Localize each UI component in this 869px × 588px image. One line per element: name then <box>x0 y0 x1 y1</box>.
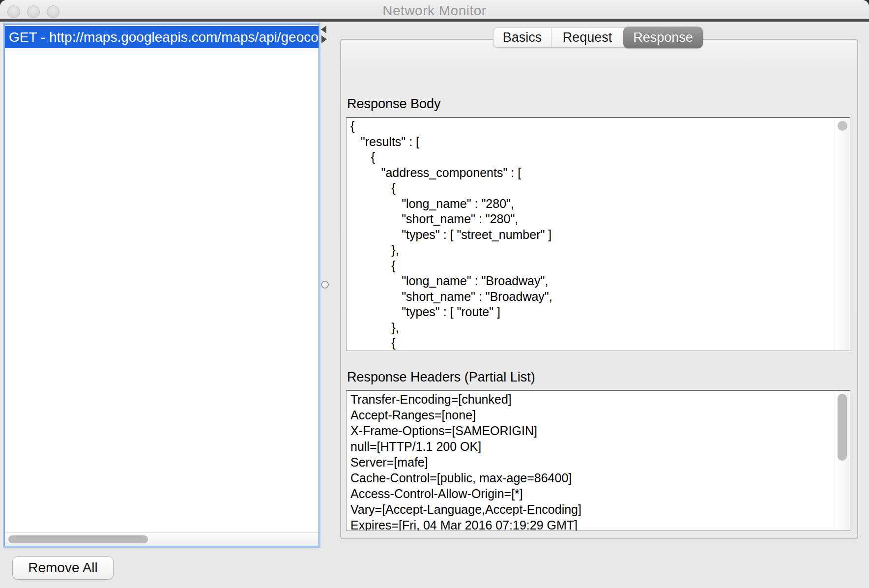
remove-all-button[interactable]: Remove All <box>12 556 114 580</box>
response-headers-text[interactable]: Transfer-Encoding=[chunked] Accept-Range… <box>347 391 850 531</box>
network-monitor-window: Network Monitor GET - http://maps.google… <box>0 0 869 588</box>
tab-basics[interactable]: Basics <box>493 28 551 47</box>
body-vertical-scrollbar-thumb[interactable] <box>838 121 847 131</box>
headers-vertical-scrollbar[interactable] <box>835 391 850 530</box>
response-body-label: Response Body <box>347 96 441 112</box>
tab-request[interactable]: Request <box>551 28 623 47</box>
response-headers-textarea[interactable]: Transfer-Encoding=[chunked] Accept-Range… <box>346 390 850 531</box>
titlebar: Network Monitor <box>0 0 869 19</box>
request-list-item-selected[interactable]: GET - http://maps.googleapis.com/maps/ap… <box>5 26 319 48</box>
list-horizontal-scrollbar-thumb[interactable] <box>8 535 148 543</box>
response-body-text[interactable]: { "results" : [ { "address_components" :… <box>347 118 850 351</box>
splitpane-divider[interactable] <box>320 23 328 548</box>
request-list: GET - http://maps.googleapis.com/maps/ap… <box>3 23 320 548</box>
divider-grip-icon[interactable] <box>321 281 329 289</box>
tab-response[interactable]: Response <box>623 27 703 48</box>
list-horizontal-scrollbar[interactable] <box>5 532 319 546</box>
window-title: Network Monitor <box>0 3 869 19</box>
collapse-left-arrow-icon[interactable] <box>321 26 326 33</box>
titlebar-separator <box>0 19 869 22</box>
headers-vertical-scrollbar-thumb[interactable] <box>838 394 847 461</box>
tab-bar: Basics Request Response <box>493 28 703 48</box>
response-headers-label: Response Headers (Partial List) <box>347 370 535 385</box>
expand-right-arrow-icon[interactable] <box>321 35 327 43</box>
body-vertical-scrollbar[interactable] <box>835 118 850 351</box>
response-body-textarea[interactable]: { "results" : [ { "address_components" :… <box>346 117 850 351</box>
